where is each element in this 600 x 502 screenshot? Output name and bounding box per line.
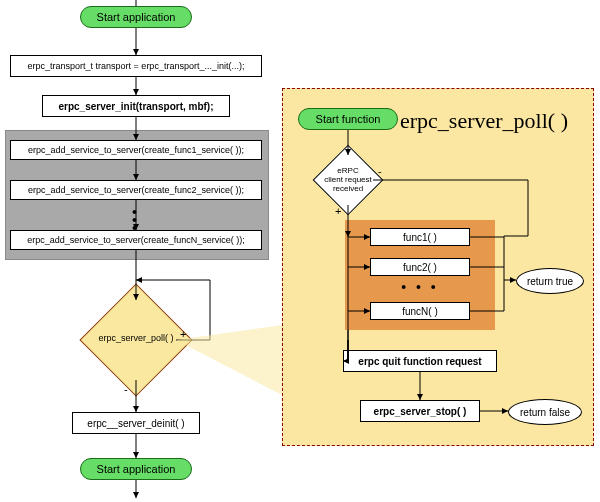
start-application-top: Start application — [80, 6, 192, 28]
add-service-1-label: erpc_add_service_to_server(create_func1_… — [28, 145, 244, 155]
return-false: return false — [508, 399, 582, 425]
quit-function-request: erpc quit function request — [343, 350, 497, 372]
start-label: Start application — [97, 11, 176, 23]
funcn-call: funcN( ) — [370, 302, 470, 320]
poll-decision — [79, 283, 192, 396]
func1-call: func1( ) — [370, 228, 470, 246]
poll-minus: - — [124, 383, 128, 395]
poll-detail-title: erpc_server_poll( ) — [400, 108, 568, 134]
return-true: return true — [516, 268, 584, 294]
dots-services: ••• — [126, 208, 146, 232]
server-init-step: erpc_server_init(transport, mbf); — [42, 95, 230, 117]
add-service-2: erpc_add_service_to_server(create_func2_… — [10, 180, 262, 200]
dots-funcs: • • • — [410, 283, 430, 291]
poll-plus: + — [180, 328, 186, 340]
end-application: Start application — [80, 458, 192, 480]
add-service-2-label: erpc_add_service_to_server(create_func2_… — [28, 185, 244, 195]
func1-label: func1( ) — [403, 232, 437, 243]
return-true-label: return true — [527, 276, 573, 287]
add-service-1: erpc_add_service_to_server(create_func1_… — [10, 140, 262, 160]
transport-init-label: erpc_transport_t transport = erpc_transp… — [28, 61, 245, 71]
quit-label: erpc quit function request — [358, 356, 481, 367]
end-label: Start application — [97, 463, 176, 475]
server-deinit-step: erpc__server_deinit( ) — [72, 412, 200, 434]
return-false-label: return false — [520, 407, 570, 418]
req-plus: + — [335, 205, 341, 217]
server-stop-label: erpc_server_stop( ) — [374, 406, 467, 417]
server-init-label: erpc_server_init(transport, mbf); — [58, 101, 213, 112]
func2-label: func2( ) — [403, 262, 437, 273]
server-stop-step: erpc_server_stop( ) — [360, 400, 480, 422]
add-service-n: erpc_add_service_to_server(create_funcN_… — [10, 230, 262, 250]
transport-init-step: erpc_transport_t transport = erpc_transp… — [10, 55, 262, 77]
start-function-label: Start function — [316, 113, 381, 125]
server-deinit-label: erpc__server_deinit( ) — [87, 418, 184, 429]
svg-marker-10 — [176, 325, 282, 395]
start-function: Start function — [298, 108, 398, 130]
req-minus: - — [378, 165, 382, 177]
add-service-n-label: erpc_add_service_to_server(create_funcN_… — [27, 235, 245, 245]
func2-call: func2( ) — [370, 258, 470, 276]
funcn-label: funcN( ) — [402, 306, 438, 317]
